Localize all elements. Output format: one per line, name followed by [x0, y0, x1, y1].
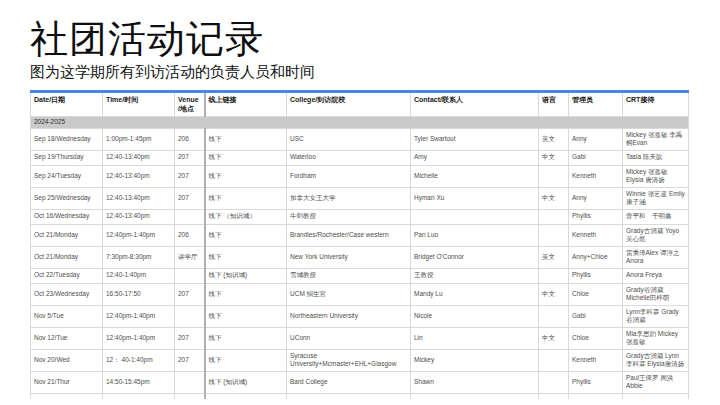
cell-crt: Anora Freya [623, 268, 689, 283]
col-header-language: 语言 [539, 91, 569, 116]
cell-contact: Bridget O'Connor [411, 246, 539, 268]
cell-crt: Tasia 陈天歆 [623, 150, 689, 165]
cell-time: 14:50-15:45pm [103, 371, 175, 393]
cell-link: 线下 [205, 150, 287, 165]
cell-lang [539, 349, 569, 371]
cell-time: 16:50-17:50 [103, 283, 175, 305]
cell-lang [539, 371, 569, 393]
cell-contact: Nicole [411, 305, 539, 327]
cell-lang [539, 224, 569, 246]
table-row: Sep 18/Wednesday1:00pm-1:45pm206线下USCTyl… [31, 128, 689, 150]
cell-lang: 英文 [539, 246, 569, 268]
cell-college: 加拿大女王大学 [287, 187, 411, 209]
table-row: Nov 5/Tue12:40pm-1:40pm线下Northeastern Un… [31, 305, 689, 327]
table-row: Nov 12/Tue12:40pm-1:40pm207线下UConnLin中文C… [31, 327, 689, 349]
cell-date: Oct 22/Tuesday [31, 268, 103, 283]
cell-venue: 207 [175, 349, 205, 371]
cell-date: Sep 18/Wednesday [31, 128, 103, 150]
cell-venue [175, 371, 205, 393]
cell-time: 12： 40-1:40pm [103, 349, 175, 371]
cell-link: 线下 [205, 165, 287, 187]
cell-crt: Grady古润葳 Lynn李科霖 Elysia唐清扬 [623, 349, 689, 371]
activity-table: Date/日期 Time/时间 Venue/地点 线上链接 College/到访… [30, 90, 689, 400]
cell-time: 12:40-13:40pm [103, 187, 175, 209]
cell-admin: Gabi [569, 305, 623, 327]
cell-date: Oct 16/Wednesday [31, 209, 103, 224]
cell-admin: Phyllis [569, 209, 623, 224]
cell-college: New York University [287, 246, 411, 268]
cell-lang [539, 305, 569, 327]
cell-contact: 王教授 [411, 268, 539, 283]
cell-date: Nov 12/Tue [31, 327, 103, 349]
cell-admin: Kenneth [569, 349, 623, 371]
cell-admin: Kenneth [569, 165, 623, 187]
cell-time: 12:40-13:40pm [103, 209, 175, 224]
cell-time: 7:30pm-8:30pm [103, 246, 175, 268]
cell-lang [539, 209, 569, 224]
cell-crt: Mia李思韵 Mickey 张嘉敏 [623, 327, 689, 349]
cell-crt: 曾平和 于明鑫 [623, 209, 689, 224]
cell-time: 12:40-13:40pm [103, 165, 175, 187]
cell-venue: 206 [175, 224, 205, 246]
cell-crt: Winnie 张艺蓝 Emily 康子涵 [623, 187, 689, 209]
cell-crt: Grady古润葳 Yoyo吴心悠 [623, 224, 689, 246]
cell-venue: 206 [175, 128, 205, 150]
cell-lang: 中文 [539, 187, 569, 209]
cell-link: 线下 [205, 224, 287, 246]
table-row: Nov 21/Thur14:50-15:45pm线下 (知识城)Bard Col… [31, 371, 689, 393]
table-body: 2024-2025 Sep 18/Wednesday1:00pm-1:45pm2… [31, 116, 689, 399]
cell-date: Oct 21/Monday [31, 246, 103, 268]
cell-date: Nov 21/Thur [31, 371, 103, 393]
cell-lang [539, 165, 569, 187]
cell-time: 12:40pm-1:40pm [103, 305, 175, 327]
cell-time: 12:40-13:40pm [103, 150, 175, 165]
page-title: 社团活动记录 [30, 18, 720, 62]
cell-admin: Kenneth [569, 224, 623, 246]
col-header-college: College/到访院校 [287, 91, 411, 116]
cell-college: Syracuse University+Mcmaster+EHL+Glasgow [287, 349, 411, 371]
table-row: Oct 21/Monday7:30pm-8:30pm讲学厅线下New York … [31, 246, 689, 268]
cell-date: Nov 5/Tue [31, 305, 103, 327]
cell-college: 牛剑教授 [287, 209, 411, 224]
table-row: Nov 20/Wed12： 40-1:40pm207线下Syracuse Uni… [31, 349, 689, 371]
cell-college: USC [287, 128, 411, 150]
cell-college: UCM 招生官 [287, 283, 411, 305]
cell-crt: Grady谷润葳 Michelle田梓萌 [623, 283, 689, 305]
cell-crt: Paul王保罗 周洪 Abbie [623, 371, 689, 393]
cell-link: 线下 (知识城) [205, 268, 287, 283]
cell-contact [411, 209, 539, 224]
section-row: 2024-2025 [31, 116, 689, 128]
cell-admin: Chloe [569, 283, 623, 305]
cell-crt: Mickey 张嘉敏 Elysia 唐清扬 [623, 165, 689, 187]
cell-venue: 207 [175, 283, 205, 305]
cell-contact: Pan Luo [411, 224, 539, 246]
cell-time: 12:40-1:40pm [103, 268, 175, 283]
cell-lang: 中文 [539, 150, 569, 165]
table-row: Sep 24/Tuesday12:40-13:40pm207线下FordhamM… [31, 165, 689, 187]
cell-college: Brandies/Rochester/Case western [287, 224, 411, 246]
cell-link: 线下 [205, 246, 287, 268]
cell-crt: 雷秉璋Alex 谭淳之Anora [623, 246, 689, 268]
table-row: Oct 22/Tuesday12:40-1:40pm线下 (知识城)雪城教授王教… [31, 268, 689, 283]
cell-date: Sep 19/Thursday [31, 150, 103, 165]
col-header-admin: 管理员 [569, 91, 623, 116]
cell-contact: Mickey [411, 349, 539, 371]
cell-venue: 讲学厅 [175, 246, 205, 268]
table-header: Date/日期 Time/时间 Venue/地点 线上链接 College/到访… [31, 91, 689, 116]
cell-college: UConn [287, 327, 411, 349]
cell-venue: 207 [175, 327, 205, 349]
cell-date: Sep 25/Wednesday [31, 187, 103, 209]
table-row: Oct 21/Monday12:40pm-1:40pm206线下Brandies… [31, 224, 689, 246]
cell-crt: Mickey 张嘉敏 李禹桐Evan [623, 128, 689, 150]
cell-venue [175, 209, 205, 224]
cell-venue: 207 [175, 187, 205, 209]
table-row: Sep 19/Thursday12:40-13:40pm207线下Waterlo… [31, 150, 689, 165]
cell-college: 雪城教授 [287, 268, 411, 283]
cell-admin: Anny [569, 187, 623, 209]
cell-contact: Hyman Xu [411, 187, 539, 209]
cell-college: Fordham [287, 165, 411, 187]
cell-time: 12:40pm-1:40pm [103, 224, 175, 246]
cell-link: 线下 [205, 283, 287, 305]
page-subtitle: 图为这学期所有到访活动的负责人员和时间 [30, 63, 720, 81]
col-header-time: Time/时间 [103, 91, 175, 116]
